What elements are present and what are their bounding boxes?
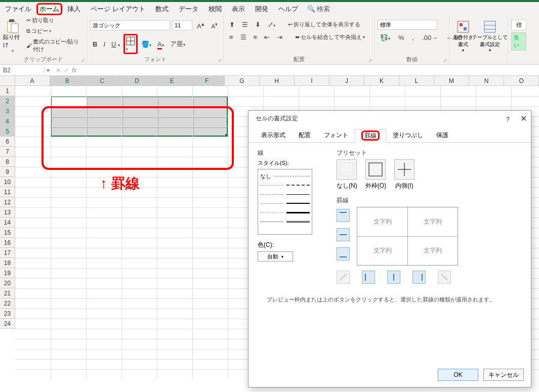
preset-outline[interactable]: 外枠(O): [365, 159, 386, 190]
tab-view[interactable]: 表示: [227, 3, 250, 16]
col-header[interactable]: J: [329, 76, 364, 85]
col-header[interactable]: H: [260, 76, 295, 85]
style-good[interactable]: 良い: [511, 32, 526, 51]
italic-button[interactable]: I: [101, 39, 108, 49]
dlgtab-protect[interactable]: 保護: [430, 128, 455, 142]
cond-format-button[interactable]: 条件付き 書式▾: [452, 18, 473, 53]
col-header[interactable]: O: [504, 76, 539, 85]
row-header[interactable]: 10: [0, 177, 15, 187]
fillcolor-button[interactable]: 🪣▾: [139, 39, 154, 49]
align-center-icon[interactable]: ☰: [238, 32, 249, 42]
col-header[interactable]: F: [190, 76, 225, 85]
row-header[interactable]: 9: [0, 167, 15, 177]
orientation-icon[interactable]: ⤢▾: [265, 20, 278, 29]
indent-dec-icon[interactable]: ⇤: [262, 32, 272, 42]
color-select[interactable]: 自動 ▾: [258, 251, 293, 262]
numberformat-select[interactable]: [378, 20, 437, 30]
wrap-button[interactable]: ↩折り返して全体を表示する: [286, 20, 362, 29]
row-header[interactable]: 5: [0, 126, 15, 137]
row-header[interactable]: 17: [0, 248, 15, 258]
increase-font-icon[interactable]: A▴: [194, 20, 207, 31]
fontcolor-button[interactable]: A▾: [155, 39, 167, 49]
formatpainter-button[interactable]: 🖌書式のコピー/貼り付け: [24, 37, 84, 54]
border-right-btn[interactable]: [412, 271, 426, 284]
phonetic-button[interactable]: ア亜▾: [168, 38, 188, 50]
cancel-formula-icon[interactable]: ✕: [56, 67, 61, 74]
ok-button[interactable]: OK: [438, 369, 478, 381]
col-header[interactable]: N: [469, 76, 504, 85]
border-left-btn[interactable]: [362, 271, 375, 284]
fontname-select[interactable]: [90, 20, 170, 30]
dlgtab-align[interactable]: 配置: [292, 128, 317, 142]
row-header[interactable]: 21: [0, 288, 15, 298]
border-bottom-btn[interactable]: [337, 247, 350, 260]
row-header[interactable]: 3: [0, 106, 15, 116]
enter-formula-icon[interactable]: ✓: [64, 67, 69, 74]
align-left-icon[interactable]: ≡: [227, 32, 236, 42]
col-header[interactable]: L: [399, 76, 434, 85]
row-header[interactable]: 8: [0, 157, 15, 167]
inc-decimal-icon[interactable]: .00→: [420, 33, 440, 42]
row-header[interactable]: 22: [0, 298, 15, 309]
cancel-button[interactable]: キャンセル: [483, 369, 524, 381]
row-header[interactable]: 15: [0, 228, 15, 238]
row-header[interactable]: 19: [0, 268, 15, 278]
fx-icon[interactable]: fx: [72, 67, 76, 74]
number-expand[interactable]: ⤢: [443, 58, 447, 63]
comma-icon[interactable]: ,: [410, 33, 417, 42]
tab-formulas[interactable]: 数式: [150, 3, 174, 16]
name-box[interactable]: B2: [0, 67, 45, 74]
col-header[interactable]: E: [155, 76, 190, 85]
merge-button[interactable]: ⬌セルを結合して中央揃え ▾: [293, 32, 367, 42]
search-icon[interactable]: 🔍 検索: [307, 5, 330, 14]
col-header[interactable]: K: [364, 76, 399, 85]
row-header[interactable]: 11: [0, 187, 15, 197]
paste-button[interactable]: 貼り付け ▾: [3, 17, 22, 53]
row-header[interactable]: 7: [0, 147, 15, 157]
tab-file[interactable]: ファイル: [0, 3, 36, 16]
col-header[interactable]: D: [120, 76, 155, 85]
border-hmiddle-btn[interactable]: [337, 228, 350, 241]
row-header[interactable]: 23: [0, 309, 15, 319]
border-diag-down-btn[interactable]: [438, 271, 451, 284]
namebox-dropdown[interactable]: ▾: [45, 67, 52, 74]
tab-data[interactable]: データ: [174, 3, 203, 16]
row-header[interactable]: 16: [0, 238, 15, 248]
col-header[interactable]: C: [85, 76, 120, 85]
tab-developer[interactable]: 開発: [250, 3, 273, 16]
dlgtab-fill[interactable]: 塗りつぶし: [386, 128, 430, 142]
percent-icon[interactable]: %: [396, 33, 407, 42]
copy-button[interactable]: ⧉コピー ▾: [24, 26, 84, 36]
help-icon[interactable]: ?: [506, 116, 510, 123]
borders-button[interactable]: ▾: [123, 34, 138, 54]
align-expand[interactable]: ⤢: [368, 58, 372, 63]
border-diag-up-btn[interactable]: [337, 271, 350, 284]
row-header[interactable]: 24: [0, 319, 15, 329]
line-style-box[interactable]: なし: [258, 169, 312, 235]
preset-inside[interactable]: 内側(I): [394, 159, 414, 190]
tab-help[interactable]: ヘルプ: [273, 3, 303, 16]
table-format-button[interactable]: テーブルとして 書式設定▾: [475, 18, 505, 53]
row-header[interactable]: 6: [0, 137, 15, 147]
row-header[interactable]: 12: [0, 197, 15, 207]
border-top-btn[interactable]: [337, 209, 350, 222]
align-right-icon[interactable]: ≡: [251, 32, 260, 42]
row-header[interactable]: 2: [0, 96, 15, 106]
col-header[interactable]: B: [50, 76, 85, 85]
row-header[interactable]: 13: [0, 207, 15, 217]
row-header[interactable]: 1: [0, 86, 15, 96]
col-header[interactable]: M: [434, 76, 469, 85]
col-header[interactable]: G: [225, 76, 260, 85]
underline-button[interactable]: U ▾: [109, 39, 122, 49]
dlgtab-format[interactable]: 表示形式: [255, 128, 292, 142]
border-vmiddle-btn[interactable]: [387, 271, 400, 284]
clipboard-expand[interactable]: ⤢: [81, 58, 85, 63]
bold-button[interactable]: B: [90, 39, 100, 49]
tab-home[interactable]: ホーム: [36, 3, 62, 15]
select-all-corner[interactable]: [0, 76, 15, 85]
indent-inc-icon[interactable]: ⇥: [274, 32, 285, 42]
row-header[interactable]: 18: [0, 258, 15, 268]
row-header[interactable]: 14: [0, 217, 15, 228]
decrease-font-icon[interactable]: A▾: [209, 20, 220, 30]
tab-insert[interactable]: 挿入: [62, 3, 86, 16]
